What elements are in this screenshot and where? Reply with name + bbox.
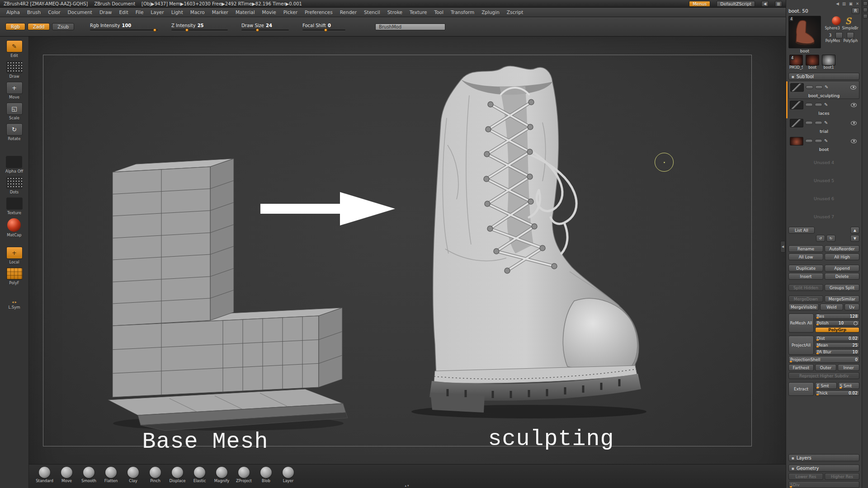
zsub-button[interactable]: Zsub <box>52 23 74 30</box>
menu-alpha[interactable]: Alpha <box>3 9 24 16</box>
menu-draw[interactable]: Draw <box>96 9 115 16</box>
scale-mode-button[interactable]: ◱ Scale <box>6 103 23 120</box>
shading-toggle[interactable] <box>815 139 822 143</box>
rotate-mode-button[interactable]: ↻ Rotate <box>6 123 23 141</box>
polyframe-button[interactable]: PolyF <box>6 267 23 285</box>
merge-visible-button[interactable]: MergeVisible <box>788 304 819 310</box>
subtool-section-header[interactable]: ■ SubTool <box>788 73 859 80</box>
all-low-button[interactable]: All Low <box>788 253 823 260</box>
zadd-button[interactable]: Zadd <box>28 23 50 30</box>
matcap-selector[interactable]: MatCap <box>7 218 21 237</box>
merge-down-button[interactable]: MergeDown <box>788 296 823 302</box>
subtool-thumbnail[interactable] <box>790 101 803 109</box>
tray-resize-handle[interactable]: ▴▾ <box>405 484 410 488</box>
document-canvas[interactable]: Base Mesh sculpting ◀ Standard Move Smoo… <box>29 37 786 488</box>
move-mode-button[interactable]: + Move <box>6 82 23 99</box>
dock-tab-icon[interactable] <box>863 1 868 6</box>
polypaint-toggle[interactable] <box>805 139 813 143</box>
polymesh-tool-icon[interactable] <box>835 32 843 38</box>
restore-config-button[interactable]: R <box>852 8 859 14</box>
subtool-item-trial[interactable]: ✎ trial <box>788 117 859 135</box>
slider-knob[interactable] <box>324 28 327 32</box>
subtool-redo-icon[interactable]: ↻ <box>826 235 835 242</box>
subtool-item-boot[interactable]: ✎ boot <box>788 135 859 153</box>
uv-button[interactable]: Uv <box>844 304 859 310</box>
z-intensity-slider[interactable]: Z Intensity25 <box>171 23 228 31</box>
brush-layer[interactable]: Layer <box>279 467 297 483</box>
visibility-eye-icon[interactable] <box>851 121 857 125</box>
farthest-button[interactable]: Farthest <box>788 364 814 371</box>
paint-icon[interactable]: ✎ <box>824 103 828 107</box>
local-transform-button[interactable]: + Local <box>6 247 23 264</box>
draw-size-slider[interactable]: Draw Size24 <box>241 23 289 31</box>
extract-button[interactable]: Extract <box>788 382 814 396</box>
visibility-eye-icon[interactable] <box>851 139 857 143</box>
polish-slider[interactable]: Polish 10 <box>815 320 859 326</box>
groups-split-button[interactable]: Groups Split <box>825 284 859 291</box>
e-smt-slider[interactable]: E Smt <box>815 382 837 389</box>
paint-icon[interactable]: ✎ <box>825 85 828 89</box>
right-tray-divider-handle[interactable]: ◀ <box>780 241 785 253</box>
menu-edit[interactable]: Edit <box>115 9 132 16</box>
subtool-down-button[interactable]: ▼ <box>850 235 859 242</box>
delete-button[interactable]: Delete <box>825 273 859 280</box>
subtool-thumbnail[interactable] <box>790 119 803 127</box>
brush-smooth[interactable]: Smooth <box>80 467 98 483</box>
visibility-eye-icon[interactable] <box>850 85 856 89</box>
default-zscript-button[interactable]: DefaultZScript <box>717 1 755 7</box>
merge-similar-button[interactable]: MergeSimilar <box>825 296 859 302</box>
texture-selector[interactable]: Texture <box>6 197 23 215</box>
focal-shift-slider[interactable]: Focal Shift0 <box>302 23 345 31</box>
lower-res-button[interactable]: Lower Res <box>788 473 823 480</box>
menus-button[interactable]: Menus <box>689 1 710 7</box>
append-button[interactable]: Append <box>825 265 859 272</box>
menu-picker[interactable]: Picker <box>280 9 301 16</box>
brush-flatten[interactable]: Flatten <box>102 467 120 483</box>
brush-blob[interactable]: Blob <box>257 467 275 483</box>
brushmod-slider[interactable]: BrushMod <box>375 23 445 30</box>
reproject-button[interactable]: Reproject Higher Subdiv <box>788 372 859 379</box>
menu-zplugin[interactable]: Zplugin <box>478 9 503 16</box>
autoreorder-button[interactable]: AutoReorder <box>825 245 859 252</box>
rgb-button[interactable]: Rgb <box>5 23 25 30</box>
menu-document[interactable]: Document <box>64 9 96 16</box>
brush-displace[interactable]: Displace <box>168 467 187 483</box>
list-all-button[interactable]: List All <box>788 227 815 234</box>
dock-left-icon[interactable]: ◀ <box>836 1 839 6</box>
rgb-intensity-slider[interactable]: Rgb Intensity100 <box>90 23 158 31</box>
dist-slider[interactable]: Dist 0.02 <box>815 336 859 341</box>
polypaint-toggle[interactable] <box>805 103 813 107</box>
boot-tool-thumbnail[interactable] <box>806 55 819 66</box>
layers-section-header[interactable]: ■ Layers <box>788 454 859 461</box>
all-high-button[interactable]: All High <box>825 253 859 260</box>
menu-stroke[interactable]: Stroke <box>384 9 406 16</box>
visibility-eye-icon[interactable] <box>851 103 857 107</box>
brush-pinch[interactable]: Pinch <box>146 467 165 483</box>
slider-knob[interactable] <box>153 28 156 32</box>
subtool-undo-icon[interactable]: ↺ <box>816 235 825 242</box>
menu-tool[interactable]: Tool <box>431 9 447 16</box>
shading-toggle[interactable] <box>815 103 822 107</box>
split-hidden-button[interactable]: Split Hidden <box>788 284 823 291</box>
project-all-button[interactable]: ProjectAll <box>788 336 814 355</box>
thick-slider[interactable]: Thick 0.02 <box>815 390 859 396</box>
shading-toggle[interactable] <box>815 85 823 89</box>
subtool-empty-slot[interactable]: Unused 5 <box>788 171 859 189</box>
polypaint-toggle[interactable] <box>806 85 813 89</box>
polygrp-button[interactable]: PolyGrp <box>815 327 859 333</box>
subtool-empty-slot[interactable]: Unused 6 <box>788 189 859 207</box>
alpha-selector[interactable]: Alpha Off <box>5 156 23 174</box>
menu-render[interactable]: Render <box>336 9 360 16</box>
menu-light[interactable]: Light <box>168 9 187 16</box>
menu-color[interactable]: Color <box>44 9 64 16</box>
menu-transform[interactable]: Transform <box>447 9 478 16</box>
menu-texture[interactable]: Texture <box>406 9 430 16</box>
menu-brush[interactable]: Brush <box>24 9 44 16</box>
pm3d-tool-thumbnail[interactable]: 4 <box>789 55 803 66</box>
brush-elastic[interactable]: Elastic <box>190 467 209 483</box>
brush-clay[interactable]: Clay <box>124 467 142 483</box>
insert-button[interactable]: Insert <box>788 273 823 280</box>
local-symmetry-button[interactable]: ◂ ▸ L.Sym <box>8 300 20 310</box>
sdiv-slider[interactable]: SDiv <box>788 481 859 488</box>
shading-toggle[interactable] <box>815 121 822 125</box>
